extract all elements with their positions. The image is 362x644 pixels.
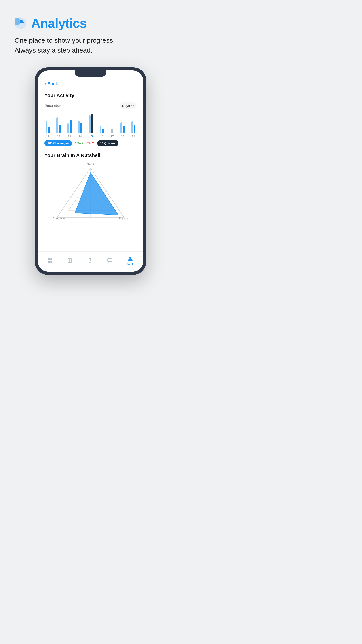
profile-icon (127, 256, 133, 262)
bar (134, 125, 135, 134)
subtitle: One place to show your progress! Always … (14, 36, 166, 55)
bar (67, 124, 69, 134)
page-title: Analytics (31, 16, 87, 31)
bar (78, 120, 80, 134)
bar-label: 16 (100, 134, 103, 138)
brain-section-title: Your Brain In A Nutshell (44, 152, 137, 158)
bar-label-selected: 15 (89, 134, 92, 138)
radar-chart: Maths (52, 162, 128, 220)
bar-group: 13 (67, 113, 71, 138)
phone-notch (75, 70, 106, 77)
bar-group: 14 (78, 113, 82, 138)
radar-label-physics: Physics (118, 217, 128, 220)
bar (56, 118, 58, 134)
bar-label: 17 (111, 134, 114, 138)
bar (89, 115, 91, 134)
svg-rect-9 (50, 258, 52, 260)
radar-label-top: Maths (86, 162, 94, 165)
bar-group: 17 (111, 113, 114, 138)
chevron-down-icon (131, 105, 134, 107)
bar-label: 11 (46, 134, 49, 138)
activity-header: December Days (44, 102, 137, 109)
days-dropdown[interactable]: Days (120, 102, 137, 109)
bar (91, 114, 93, 134)
bar (59, 124, 60, 134)
bar (120, 122, 122, 134)
bar-group: 19 (131, 113, 135, 138)
activity-section-title: Your Activity (44, 92, 137, 98)
bar (80, 123, 82, 134)
bar (102, 129, 104, 134)
phone-outer: ‹ Back Your Activity December Days (35, 67, 146, 275)
book-icon (67, 258, 73, 264)
arrow-down-icon (92, 142, 94, 144)
bar-group: 18 (120, 113, 125, 138)
bar (131, 122, 133, 134)
chat-icon (107, 258, 113, 264)
bar-chart: 11 12 (44, 113, 137, 138)
stats-row: 100 Challenges 10% 5% (44, 140, 137, 146)
bar-label: 19 (132, 134, 135, 138)
phone-screen: ‹ Back Your Activity December Days (38, 70, 143, 272)
nav-item-book[interactable] (67, 258, 73, 264)
bar (100, 126, 101, 134)
back-chevron-icon: ‹ (44, 81, 46, 86)
analytics-icon (14, 18, 26, 29)
bar (45, 121, 47, 134)
bar-label: 13 (68, 134, 71, 138)
nav-item-home[interactable] (47, 258, 53, 264)
back-label: Back (47, 81, 58, 86)
home-icon (47, 258, 53, 264)
nav-item-trophy[interactable] (87, 258, 93, 264)
bar-label: 14 (79, 134, 82, 138)
svg-marker-7 (75, 173, 118, 215)
bar-label: 12 (57, 134, 60, 138)
bar (111, 128, 113, 134)
bar-group: 11 (45, 113, 50, 138)
svg-rect-18 (108, 259, 112, 262)
svg-rect-11 (50, 261, 52, 262)
profile-nav-label: Profile (126, 263, 134, 266)
bar-group: 16 (100, 113, 104, 138)
trophy-icon (87, 258, 93, 264)
radar-svg (52, 166, 128, 220)
nav-item-chat[interactable] (107, 258, 113, 264)
phone-mockup: ‹ Back Your Activity December Days (14, 67, 166, 275)
bottom-nav: Profile (38, 251, 143, 272)
back-button[interactable]: ‹ Back (44, 81, 137, 86)
challenges-stat: 100 Challenges (44, 140, 72, 146)
svg-point-19 (129, 257, 131, 259)
quizzes-stat: 10 Quizzes (97, 140, 118, 146)
radar-label-chemistry: Chemistry (52, 217, 66, 220)
percent-down-stat: 5% (87, 142, 94, 145)
screen-content: ‹ Back Your Activity December Days (38, 70, 143, 249)
svg-rect-10 (48, 261, 50, 262)
page-wrapper: Analytics One place to show your progres… (0, 0, 181, 288)
nav-item-profile[interactable]: Profile (126, 256, 134, 266)
month-label: December (44, 104, 61, 108)
bar (48, 127, 50, 134)
header-section: Analytics (14, 16, 166, 31)
bar-group: 12 (56, 113, 60, 138)
bar (123, 126, 125, 134)
bar (70, 120, 71, 134)
svg-rect-8 (48, 258, 50, 260)
bar-label: 18 (121, 134, 124, 138)
bar-group-selected: 15 (89, 113, 93, 138)
percent-up-stat: 10% (75, 142, 84, 145)
arrow-up-icon (81, 142, 84, 144)
